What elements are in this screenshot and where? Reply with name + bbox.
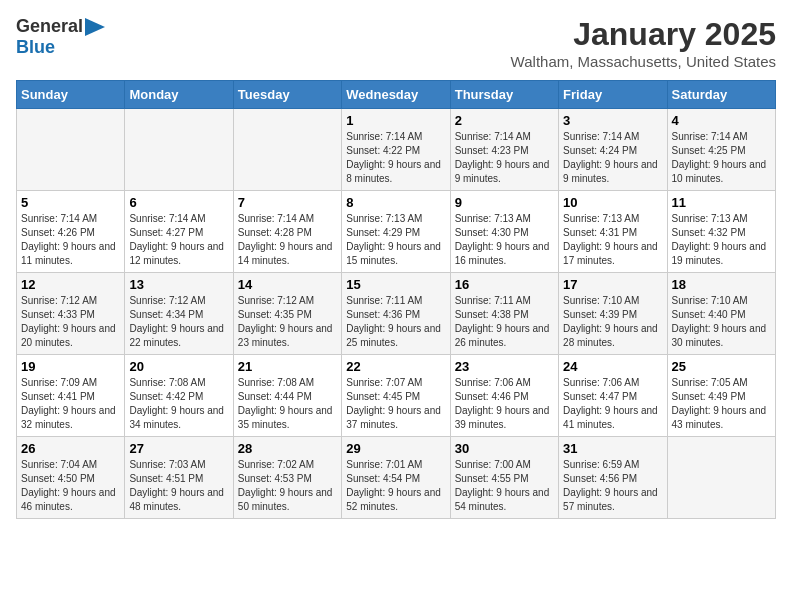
calendar-cell: 9Sunrise: 7:13 AMSunset: 4:30 PMDaylight… [450,191,558,273]
day-info: Sunrise: 7:14 AMSunset: 4:24 PMDaylight:… [563,130,662,186]
day-number: 25 [672,359,771,374]
calendar-cell: 11Sunrise: 7:13 AMSunset: 4:32 PMDayligh… [667,191,775,273]
day-info: Sunrise: 6:59 AMSunset: 4:56 PMDaylight:… [563,458,662,514]
day-info: Sunrise: 7:14 AMSunset: 4:22 PMDaylight:… [346,130,445,186]
calendar-cell: 8Sunrise: 7:13 AMSunset: 4:29 PMDaylight… [342,191,450,273]
calendar-cell: 2Sunrise: 7:14 AMSunset: 4:23 PMDaylight… [450,109,558,191]
day-number: 21 [238,359,337,374]
calendar-cell: 20Sunrise: 7:08 AMSunset: 4:42 PMDayligh… [125,355,233,437]
day-info: Sunrise: 7:08 AMSunset: 4:44 PMDaylight:… [238,376,337,432]
day-info: Sunrise: 7:14 AMSunset: 4:27 PMDaylight:… [129,212,228,268]
day-number: 4 [672,113,771,128]
day-number: 3 [563,113,662,128]
location-title: Waltham, Massachusetts, United States [511,53,776,70]
day-info: Sunrise: 7:13 AMSunset: 4:31 PMDaylight:… [563,212,662,268]
day-info: Sunrise: 7:00 AMSunset: 4:55 PMDaylight:… [455,458,554,514]
day-number: 15 [346,277,445,292]
logo-icon [85,18,105,36]
day-info: Sunrise: 7:05 AMSunset: 4:49 PMDaylight:… [672,376,771,432]
day-info: Sunrise: 7:03 AMSunset: 4:51 PMDaylight:… [129,458,228,514]
day-info: Sunrise: 7:12 AMSunset: 4:33 PMDaylight:… [21,294,120,350]
day-info: Sunrise: 7:04 AMSunset: 4:50 PMDaylight:… [21,458,120,514]
calendar-cell: 13Sunrise: 7:12 AMSunset: 4:34 PMDayligh… [125,273,233,355]
day-number: 20 [129,359,228,374]
day-number: 17 [563,277,662,292]
calendar-cell: 15Sunrise: 7:11 AMSunset: 4:36 PMDayligh… [342,273,450,355]
month-title: January 2025 [511,16,776,53]
weekday-header-saturday: Saturday [667,81,775,109]
day-number: 29 [346,441,445,456]
day-number: 6 [129,195,228,210]
day-number: 23 [455,359,554,374]
day-number: 8 [346,195,445,210]
calendar-cell: 3Sunrise: 7:14 AMSunset: 4:24 PMDaylight… [559,109,667,191]
weekday-header-tuesday: Tuesday [233,81,341,109]
day-number: 26 [21,441,120,456]
calendar-cell: 22Sunrise: 7:07 AMSunset: 4:45 PMDayligh… [342,355,450,437]
day-info: Sunrise: 7:11 AMSunset: 4:36 PMDaylight:… [346,294,445,350]
day-info: Sunrise: 7:14 AMSunset: 4:23 PMDaylight:… [455,130,554,186]
day-number: 16 [455,277,554,292]
day-info: Sunrise: 7:12 AMSunset: 4:35 PMDaylight:… [238,294,337,350]
calendar-table: SundayMondayTuesdayWednesdayThursdayFrid… [16,80,776,519]
day-number: 12 [21,277,120,292]
calendar-cell: 16Sunrise: 7:11 AMSunset: 4:38 PMDayligh… [450,273,558,355]
svg-marker-0 [85,18,105,36]
day-info: Sunrise: 7:10 AMSunset: 4:39 PMDaylight:… [563,294,662,350]
day-info: Sunrise: 7:02 AMSunset: 4:53 PMDaylight:… [238,458,337,514]
day-number: 24 [563,359,662,374]
calendar-cell: 19Sunrise: 7:09 AMSunset: 4:41 PMDayligh… [17,355,125,437]
calendar-week-row: 19Sunrise: 7:09 AMSunset: 4:41 PMDayligh… [17,355,776,437]
day-info: Sunrise: 7:12 AMSunset: 4:34 PMDaylight:… [129,294,228,350]
title-area: January 2025 Waltham, Massachusetts, Uni… [511,16,776,70]
day-info: Sunrise: 7:13 AMSunset: 4:29 PMDaylight:… [346,212,445,268]
calendar-cell: 7Sunrise: 7:14 AMSunset: 4:28 PMDaylight… [233,191,341,273]
day-number: 14 [238,277,337,292]
calendar-cell: 10Sunrise: 7:13 AMSunset: 4:31 PMDayligh… [559,191,667,273]
calendar-cell: 28Sunrise: 7:02 AMSunset: 4:53 PMDayligh… [233,437,341,519]
calendar-cell [125,109,233,191]
day-info: Sunrise: 7:07 AMSunset: 4:45 PMDaylight:… [346,376,445,432]
day-number: 9 [455,195,554,210]
calendar-week-row: 1Sunrise: 7:14 AMSunset: 4:22 PMDaylight… [17,109,776,191]
day-info: Sunrise: 7:13 AMSunset: 4:32 PMDaylight:… [672,212,771,268]
calendar-cell: 30Sunrise: 7:00 AMSunset: 4:55 PMDayligh… [450,437,558,519]
day-number: 10 [563,195,662,210]
day-number: 11 [672,195,771,210]
calendar-cell: 14Sunrise: 7:12 AMSunset: 4:35 PMDayligh… [233,273,341,355]
calendar-cell: 6Sunrise: 7:14 AMSunset: 4:27 PMDaylight… [125,191,233,273]
day-info: Sunrise: 7:14 AMSunset: 4:26 PMDaylight:… [21,212,120,268]
day-number: 5 [21,195,120,210]
logo-general: General [16,16,83,37]
weekday-header-row: SundayMondayTuesdayWednesdayThursdayFrid… [17,81,776,109]
calendar-cell: 5Sunrise: 7:14 AMSunset: 4:26 PMDaylight… [17,191,125,273]
calendar-cell: 18Sunrise: 7:10 AMSunset: 4:40 PMDayligh… [667,273,775,355]
logo: General Blue [16,16,105,58]
weekday-header-friday: Friday [559,81,667,109]
weekday-header-wednesday: Wednesday [342,81,450,109]
calendar-cell: 12Sunrise: 7:12 AMSunset: 4:33 PMDayligh… [17,273,125,355]
day-number: 28 [238,441,337,456]
calendar-cell: 31Sunrise: 6:59 AMSunset: 4:56 PMDayligh… [559,437,667,519]
day-number: 31 [563,441,662,456]
logo-blue: Blue [16,37,55,57]
day-number: 22 [346,359,445,374]
day-info: Sunrise: 7:06 AMSunset: 4:47 PMDaylight:… [563,376,662,432]
day-number: 7 [238,195,337,210]
calendar-cell: 27Sunrise: 7:03 AMSunset: 4:51 PMDayligh… [125,437,233,519]
calendar-cell [667,437,775,519]
day-info: Sunrise: 7:14 AMSunset: 4:25 PMDaylight:… [672,130,771,186]
day-info: Sunrise: 7:06 AMSunset: 4:46 PMDaylight:… [455,376,554,432]
calendar-cell [233,109,341,191]
header: General Blue January 2025 Waltham, Massa… [16,16,776,70]
day-number: 13 [129,277,228,292]
calendar-week-row: 12Sunrise: 7:12 AMSunset: 4:33 PMDayligh… [17,273,776,355]
calendar-week-row: 5Sunrise: 7:14 AMSunset: 4:26 PMDaylight… [17,191,776,273]
day-info: Sunrise: 7:09 AMSunset: 4:41 PMDaylight:… [21,376,120,432]
day-info: Sunrise: 7:14 AMSunset: 4:28 PMDaylight:… [238,212,337,268]
day-info: Sunrise: 7:10 AMSunset: 4:40 PMDaylight:… [672,294,771,350]
weekday-header-monday: Monday [125,81,233,109]
calendar-cell: 26Sunrise: 7:04 AMSunset: 4:50 PMDayligh… [17,437,125,519]
day-info: Sunrise: 7:01 AMSunset: 4:54 PMDaylight:… [346,458,445,514]
weekday-header-thursday: Thursday [450,81,558,109]
